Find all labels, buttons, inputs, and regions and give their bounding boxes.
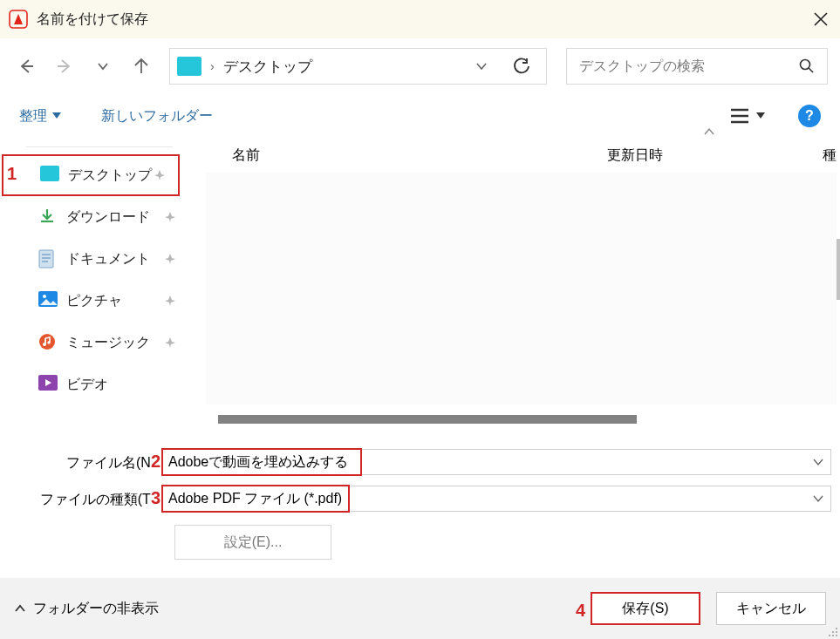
filetype-label: ファイルの種類(T3 xyxy=(9,488,162,509)
window-title: 名前を付けて保存 xyxy=(37,10,148,29)
refresh-button[interactable] xyxy=(504,49,539,84)
sidebar-item-downloads[interactable]: ダウンロード xyxy=(0,196,188,238)
nav-recent-button[interactable] xyxy=(89,51,117,82)
pin-icon[interactable] xyxy=(164,211,176,223)
pin-icon[interactable] xyxy=(164,253,176,265)
close-button[interactable] xyxy=(802,0,840,38)
file-list[interactable] xyxy=(206,173,837,404)
settings-button[interactable]: 設定(E)... xyxy=(174,525,331,560)
address-bar[interactable]: › デスクトップ xyxy=(169,48,547,85)
svg-point-13 xyxy=(829,635,830,636)
filetype-row: ファイルの種類(T3 Adobe PDF ファイル (*.pdf) xyxy=(9,481,831,516)
music-icon xyxy=(38,333,58,352)
svg-rect-2 xyxy=(40,166,59,181)
app-icon xyxy=(9,10,28,29)
svg-rect-3 xyxy=(39,250,53,268)
sidebar-item-label: ビデオ xyxy=(66,376,108,394)
new-folder-button[interactable]: 新しいフォルダー xyxy=(101,107,213,126)
svg-point-6 xyxy=(39,334,55,350)
picture-icon xyxy=(38,291,58,310)
nav-forward-button[interactable] xyxy=(51,51,79,82)
column-name[interactable]: 名前 xyxy=(232,146,260,165)
svg-point-5 xyxy=(43,295,46,298)
save-button[interactable]: 保存(S) xyxy=(591,592,700,625)
resize-grip-icon[interactable] xyxy=(826,625,838,637)
pin-icon[interactable] xyxy=(154,169,166,181)
organize-label: 整理 xyxy=(19,107,47,126)
filetype-select[interactable]: Adobe PDF ファイル (*.pdf) xyxy=(162,486,831,512)
explorer-body: 1 デスクトップ ダウンロード ドキュメント xyxy=(0,138,840,431)
desktop-icon xyxy=(40,166,59,185)
annotation-1: 1 xyxy=(7,164,17,184)
save-fields: ファイル名(N2 Adobeで動画を埋め込みする ファイルの種類(T3 Adob… xyxy=(0,431,840,560)
view-options-button[interactable] xyxy=(730,108,765,124)
filetype-dropdown-icon[interactable] xyxy=(813,494,823,503)
filename-value: Adobeで動画を埋め込みする xyxy=(168,453,348,472)
svg-point-7 xyxy=(43,343,46,346)
video-icon xyxy=(38,375,58,394)
annotation-2: 2 xyxy=(151,452,160,471)
sidebar-item-documents[interactable]: ドキュメント xyxy=(0,238,188,280)
svg-point-1 xyxy=(801,60,810,70)
search-icon[interactable] xyxy=(799,58,816,74)
svg-point-14 xyxy=(832,635,834,636)
sidebar-item-label: ミュージック xyxy=(66,334,150,352)
chevron-up-icon xyxy=(14,602,26,615)
svg-point-8 xyxy=(47,341,50,343)
download-icon xyxy=(38,207,58,227)
nav-back-button[interactable] xyxy=(12,51,40,82)
filename-dropdown-icon[interactable] xyxy=(813,458,823,466)
file-list-area: 名前 更新日時 種 xyxy=(188,138,840,431)
sort-indicator-icon xyxy=(703,127,715,136)
settings-row: 設定(E)... xyxy=(9,518,831,560)
sidebar-item-videos[interactable]: ビデオ xyxy=(0,364,188,405)
column-type[interactable]: 種 xyxy=(823,146,837,165)
content-scrollbar[interactable] xyxy=(218,415,637,424)
pin-icon[interactable] xyxy=(164,336,176,349)
sidebar-item-label: デスクトップ xyxy=(68,167,152,185)
pin-icon[interactable] xyxy=(164,295,176,307)
sidebar-item-label: ピクチャ xyxy=(66,292,122,310)
sidebar-item-label: ダウンロード xyxy=(66,208,150,227)
column-headers: 名前 更新日時 種 xyxy=(188,138,840,173)
cancel-button[interactable]: キャンセル xyxy=(716,592,826,625)
help-button[interactable]: ? xyxy=(798,105,821,127)
annotation-4: 4 xyxy=(576,601,585,621)
location-text: デスクトップ xyxy=(223,57,459,77)
svg-point-10 xyxy=(836,628,837,629)
svg-point-15 xyxy=(836,635,837,636)
location-icon xyxy=(177,57,201,76)
nav-bar: › デスクトップ xyxy=(0,38,840,94)
annotation-3: 3 xyxy=(151,488,160,507)
svg-point-12 xyxy=(836,631,837,633)
bottom-bar: フォルダーの非表示 4 保存(S) キャンセル xyxy=(0,578,840,639)
document-icon xyxy=(38,249,58,269)
filename-label: ファイル名(N2 xyxy=(9,452,162,472)
sidebar-item-pictures[interactable]: ピクチャ xyxy=(0,280,188,322)
filetype-value: Adobe PDF ファイル (*.pdf) xyxy=(168,490,342,508)
title-bar: 名前を付けて保存 xyxy=(0,0,840,38)
filename-input[interactable]: Adobeで動画を埋め込みする xyxy=(162,449,831,475)
breadcrumb-separator-icon: › xyxy=(210,59,215,73)
sidebar-item-music[interactable]: ミュージック xyxy=(0,322,188,364)
search-input[interactable] xyxy=(577,58,799,75)
sidebar-item-label: ドキュメント xyxy=(66,250,150,269)
sidebar: デスクトップ ダウンロード ドキュメント xyxy=(0,138,188,431)
column-modified[interactable]: 更新日時 xyxy=(607,146,663,165)
hide-folders-toggle[interactable]: フォルダーの非表示 xyxy=(14,600,159,618)
nav-up-button[interactable] xyxy=(127,51,155,82)
sidebar-item-desktop[interactable]: デスクトップ xyxy=(2,154,180,196)
organize-menu[interactable]: 整理 xyxy=(19,107,61,126)
address-dropdown-button[interactable] xyxy=(464,49,499,84)
filename-row: ファイル名(N2 Adobeで動画を埋め込みする xyxy=(9,445,831,479)
svg-point-11 xyxy=(832,631,834,633)
search-box[interactable] xyxy=(566,48,828,85)
hide-folders-label: フォルダーの非表示 xyxy=(33,600,159,618)
